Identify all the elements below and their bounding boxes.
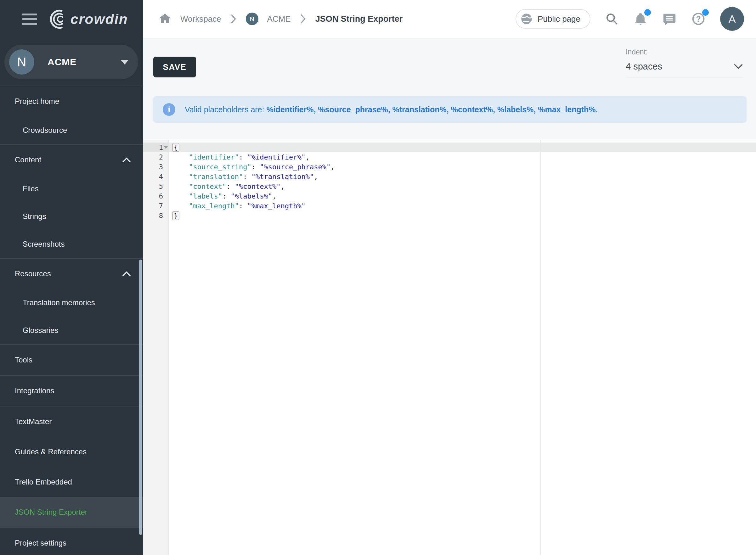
help-icon[interactable]: ? [691,12,706,26]
breadcrumb: Workspace N ACME JSON String Exporter [158,12,403,26]
sidebar-top: crowdin [0,0,143,38]
org-avatar: N [9,49,34,75]
sidebar-item-label: Strings [23,212,131,221]
line-content: } [169,211,179,220]
chevron-up-icon [122,157,131,162]
home-icon[interactable] [158,12,172,26]
sidebar-item-label: Files [23,184,131,193]
sidebar-item-label: Guides & References [15,447,131,456]
sidebar-item-crowdsource[interactable]: Crowdsource [0,117,143,144]
sidebar-item-resources[interactable]: Resources [0,259,143,289]
globe-icon [520,12,533,26]
notifications-bell-icon[interactable] [633,12,648,26]
info-banner: i Valid placeholders are: %identifier%, … [153,96,747,123]
code-line[interactable]: 3 "source_string": "%source_phrase%", [143,162,756,172]
code-line[interactable]: 6 "labels": "%labels%", [143,191,756,201]
code-editor[interactable]: 1{2 "identifier": "%identifier%",3 "sour… [143,140,756,555]
sidebar-item-label: Integrations [15,386,131,395]
help-badge [702,9,709,16]
line-content: "source_string": "%source_phrase%", [169,162,335,172]
public-page-button[interactable]: Public page [515,9,590,29]
line-number: 6 [143,191,169,201]
line-number: 2 [143,152,169,162]
notification-badge [644,9,651,16]
indent-value: 4 spaces [626,61,662,72]
main-area: Workspace N ACME JSON String Exporter Pu… [143,0,756,555]
svg-text:?: ? [696,14,701,23]
crowdin-logo-text: crowdin [71,11,128,27]
chevron-down-icon [121,60,129,65]
indent-control: Indent: 4 spaces [626,48,743,77]
line-number: 3 [143,162,169,172]
sidebar-item-label: Resources [15,269,122,278]
sidebar-item-label: Content [15,156,122,164]
sidebar-item-project-home[interactable]: Project home [0,86,143,117]
print-margin-line [540,140,541,555]
code-line[interactable]: 1{ [143,142,756,152]
sidebar-item-label: Tools [15,355,131,364]
chat-icon[interactable] [662,12,677,26]
sidebar-item-strings[interactable]: Strings [0,203,143,230]
line-number: 7 [143,201,169,211]
info-icon: i [163,103,175,116]
chevron-right-icon [230,14,237,24]
breadcrumb-workspace[interactable]: Workspace [180,14,221,24]
sidebar-item-label: Screenshots [23,240,131,249]
chevron-down-icon [734,64,743,70]
sidebar-item-json-string-exporter[interactable]: JSON String Exporter [0,497,143,527]
sidebar-scrollbar[interactable] [139,260,142,535]
editor-rows: 1{2 "identifier": "%identifier%",3 "sour… [143,142,756,220]
indent-select[interactable]: 4 spaces [626,61,743,77]
sidebar-item-tools[interactable]: Tools [0,345,143,375]
line-content: { [169,142,179,152]
sidebar-item-label: Trello Embedded [15,478,131,486]
sidebar-item-translation-memories[interactable]: Translation memories [0,289,143,316]
banner-placeholders: %identifier%, %source_phrase%, %translat… [266,105,598,114]
org-switcher[interactable]: N ACME [4,45,138,79]
sidebar-item-project-settings[interactable]: Project settings [0,528,143,555]
sidebar-item-integrations[interactable]: Integrations [0,376,143,406]
line-content: "context": "%context%", [169,181,285,191]
crowdin-logo[interactable]: crowdin [49,9,128,29]
breadcrumb-project[interactable]: ACME [267,14,291,24]
page-title: JSON String Exporter [316,14,403,24]
topbar: Workspace N ACME JSON String Exporter Pu… [143,0,756,38]
indent-label: Indent: [626,48,743,56]
sidebar-item-guides-references[interactable]: Guides & References [0,437,143,467]
code-line[interactable]: 7 "max_length": "%max_length%" [143,201,756,211]
code-line[interactable]: 4 "translation": "%translation%", [143,172,756,181]
line-number: 4 [143,172,169,181]
line-content: "max_length": "%max_length%" [169,201,306,211]
sidebar-nav: Project homeCrowdsourceContentFilesStrin… [0,86,143,555]
line-number: 8 [143,211,169,220]
user-avatar[interactable]: A [720,7,744,31]
line-content: "labels": "%labels%", [169,191,276,201]
hamburger-icon[interactable] [22,13,37,25]
banner-text: Valid placeholders are: %identifier%, %s… [185,105,598,114]
line-content: "identifier": "%identifier%", [169,152,310,162]
chevron-right-icon [300,14,306,24]
code-line[interactable]: 2 "identifier": "%identifier%", [143,152,756,162]
sidebar-item-label: JSON String Exporter [15,508,131,517]
sidebar-item-screenshots[interactable]: Screenshots [0,230,143,258]
sidebar-item-glossaries[interactable]: Glossaries [0,316,143,344]
sidebar-item-label: TextMaster [15,417,131,426]
search-icon[interactable] [605,12,619,26]
sidebar-item-label: Translation memories [23,298,131,307]
project-badge: N [246,12,258,25]
sidebar-item-label: Crowdsource [23,126,131,135]
save-button[interactable]: SAVE [153,57,196,77]
line-number: 1 [143,142,169,152]
public-page-label: Public page [538,14,580,24]
code-line[interactable]: 8} [143,211,756,220]
code-line[interactable]: 5 "context": "%context%", [143,181,756,191]
sidebar-item-label: Glossaries [23,326,131,335]
fold-caret-icon[interactable] [164,146,168,149]
sidebar-item-content[interactable]: Content [0,145,143,175]
crowdin-logo-mark [49,9,67,29]
sidebar-item-files[interactable]: Files [0,175,143,203]
sidebar-item-label: Project settings [15,539,131,548]
sidebar: crowdin N ACME Project homeCrowdsourceCo… [0,0,143,555]
sidebar-item-trello-embedded[interactable]: Trello Embedded [0,467,143,497]
sidebar-item-textmaster[interactable]: TextMaster [0,407,143,437]
